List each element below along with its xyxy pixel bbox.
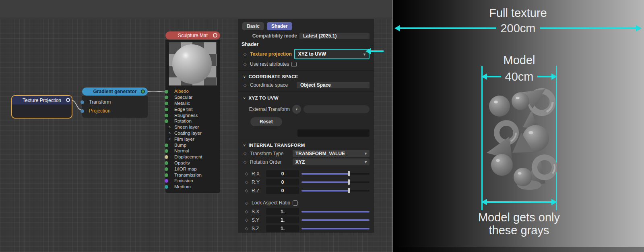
material-port[interactable]: › Film layer xyxy=(165,136,220,142)
arrow-left-icon xyxy=(481,73,487,80)
material-port[interactable]: Rotation xyxy=(165,118,220,124)
port-dot-icon[interactable] xyxy=(165,144,168,147)
material-port[interactable]: Opacity xyxy=(165,160,220,166)
material-port[interactable]: Edge tint xyxy=(165,106,220,112)
port-dot-icon[interactable] xyxy=(165,149,168,153)
node-texture-projection[interactable]: Texture Projection xyxy=(11,95,72,119)
diamond-icon: ◇ xyxy=(244,209,249,214)
external-transform-field[interactable] xyxy=(303,105,369,113)
slider[interactable] xyxy=(301,179,369,185)
value-input[interactable]: 0 xyxy=(266,170,299,177)
material-port[interactable]: › Coating layer xyxy=(165,130,220,136)
value-input[interactable]: 1. xyxy=(266,217,299,223)
material-port[interactable]: › Sheen layer xyxy=(165,124,220,130)
input-port-icon[interactable] xyxy=(80,109,84,113)
preview-sphere xyxy=(172,44,212,84)
port-dot-icon[interactable] xyxy=(165,179,168,183)
caret-down-icon: ▾ xyxy=(365,160,367,164)
slider[interactable] xyxy=(301,187,369,194)
scale-sliders: ◇ S.X 1. ◇ S.Y 1. ◇ S.Z 1. xyxy=(238,207,374,233)
material-port[interactable]: 1/IOR map xyxy=(165,166,220,172)
compatibility-mode-value[interactable]: Latest (2025.1) xyxy=(299,33,369,39)
input-row-projection[interactable]: Projection xyxy=(82,106,148,115)
slider[interactable] xyxy=(301,171,369,177)
port-dot-icon[interactable] xyxy=(165,161,168,165)
rotation-order-row: ◇ Rotation Order XYZ ▾ xyxy=(238,158,374,166)
empty-field[interactable] xyxy=(297,129,369,137)
model-dimension-arrow: 40cm xyxy=(481,70,557,83)
transform-slider-row: ◇ R.X 0 xyxy=(238,169,374,178)
node-title[interactable]: Sculpture Mat xyxy=(165,31,220,40)
port-dot-icon[interactable] xyxy=(165,102,168,105)
use-rest-attributes-label: Use rest attributes xyxy=(250,61,289,67)
texture-projection-dropdown[interactable]: XYZ to UVW ▾ xyxy=(294,49,369,59)
chevron-right-icon: › xyxy=(169,130,171,136)
material-port[interactable]: Medium xyxy=(165,184,220,190)
pane-divider xyxy=(392,0,393,252)
rotation-order-label: Rotation Order xyxy=(250,159,290,165)
rotation-order-dropdown[interactable]: XYZ ▾ xyxy=(293,158,369,165)
node-title[interactable]: Texture Projection xyxy=(12,96,72,104)
material-port[interactable]: Transmission xyxy=(165,172,220,178)
circle-icon[interactable] xyxy=(213,33,217,37)
diamond-icon: ◇ xyxy=(242,62,248,67)
transform-type-dropdown[interactable]: TRANSFORM_VALUE ▾ xyxy=(293,150,369,157)
node-title[interactable]: Gradient generator xyxy=(82,87,148,96)
node-gradient-generator[interactable]: Gradient generator Transform Projection xyxy=(82,87,148,119)
port-dot-icon[interactable] xyxy=(165,96,168,99)
slider[interactable] xyxy=(301,225,369,231)
material-port[interactable]: Metallic xyxy=(165,100,220,106)
annotation-pointer-arrow xyxy=(365,48,384,54)
tab-basic[interactable]: Basic xyxy=(242,22,264,30)
material-port[interactable]: Specular xyxy=(165,94,220,100)
diamond-icon: ◇ xyxy=(242,83,248,87)
port-dot-icon[interactable] xyxy=(165,119,168,123)
port-dot-icon[interactable] xyxy=(165,114,168,117)
material-port[interactable]: Roughness xyxy=(165,112,220,118)
slider[interactable] xyxy=(301,217,369,223)
use-rest-attributes-checkbox[interactable] xyxy=(291,62,297,67)
external-transform-menu-button[interactable]: ▾ xyxy=(292,105,301,114)
material-port[interactable]: Displacement xyxy=(165,154,220,160)
input-port-icon[interactable] xyxy=(80,100,84,104)
node-sculpture-mat[interactable]: Sculpture Mat Albedo Specular Metallic E… xyxy=(165,31,220,193)
node-title-label: Gradient generator xyxy=(93,89,136,94)
value-input[interactable]: 0 xyxy=(266,187,299,194)
material-port[interactable]: Emission xyxy=(165,178,220,184)
section-internal-transform[interactable]: ∨ INTERNAL TRANSFORM xyxy=(238,141,374,149)
port-dot-icon[interactable] xyxy=(165,167,168,171)
divider xyxy=(238,70,374,71)
editor-toolbar xyxy=(0,0,393,19)
material-port[interactable]: Albedo xyxy=(165,88,220,94)
port-dot-icon[interactable] xyxy=(165,90,168,94)
value-input[interactable]: 1. xyxy=(266,208,299,215)
material-port[interactable]: Bump xyxy=(165,142,220,148)
material-port[interactable]: Normal xyxy=(165,148,220,154)
port-dot-icon[interactable] xyxy=(165,155,168,159)
diamond-icon: ◇ xyxy=(242,151,248,156)
lock-aspect-ratio-checkbox[interactable] xyxy=(293,200,298,206)
compatibility-mode-row: Compatibility mode Latest (2025.1) xyxy=(238,32,374,40)
node-title-label: Sculpture Mat xyxy=(178,33,208,38)
value-input[interactable]: 1. xyxy=(266,225,299,232)
texture-gradient-view: Full texture 200cm Model 40cm xyxy=(393,0,644,252)
slider[interactable] xyxy=(301,208,369,215)
output-port-icon[interactable] xyxy=(141,90,145,94)
empty-field-row xyxy=(238,129,374,137)
section-coordinate-space[interactable]: ∨ COORDINATE SPACE xyxy=(238,73,374,81)
arrow-right-icon xyxy=(636,25,642,31)
tab-shader[interactable]: Shader xyxy=(267,22,292,30)
section-xyz-to-uvw[interactable]: ∨ XYZ TO UVW xyxy=(238,94,374,102)
output-port-icon[interactable] xyxy=(66,98,70,102)
panel-tabs: Basic Shader xyxy=(238,21,374,31)
reset-button[interactable]: Reset xyxy=(250,117,282,126)
port-dot-icon[interactable] xyxy=(165,185,168,189)
port-dot-icon[interactable] xyxy=(165,173,168,177)
value-input[interactable]: 0 xyxy=(266,179,299,185)
input-row-transform[interactable]: Transform xyxy=(82,98,148,106)
node-title-label: Texture Projection xyxy=(23,98,61,103)
divider xyxy=(238,139,374,139)
port-dot-icon[interactable] xyxy=(165,108,168,111)
coordinate-space-value[interactable]: Object Space xyxy=(297,82,369,88)
model-extent-line-left xyxy=(481,66,483,210)
